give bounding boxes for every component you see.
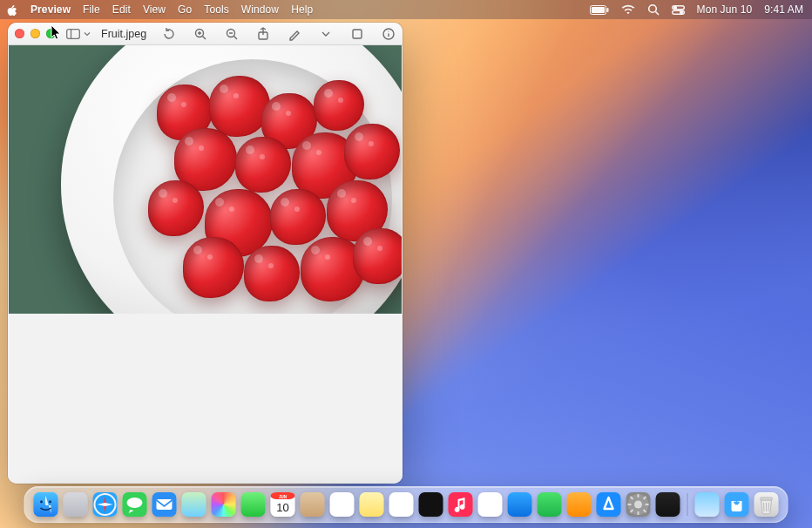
dock-app-launchpad[interactable] xyxy=(64,492,88,517)
dock-app-music[interactable] xyxy=(449,492,473,517)
dock-app-reminders[interactable] xyxy=(330,492,355,517)
menu-bar: Preview File Edit View Go Tools Window H… xyxy=(0,0,812,19)
menu-file[interactable]: File xyxy=(83,3,100,16)
dock-app-messages[interactable] xyxy=(123,492,147,517)
chevron-down-icon xyxy=(84,30,91,37)
mouse-cursor xyxy=(51,24,63,40)
svg-rect-2 xyxy=(606,8,608,12)
preview-window[interactable]: Fruit.jpeg xyxy=(8,23,403,484)
svg-point-8 xyxy=(680,10,682,13)
sidebar-toggle[interactable] xyxy=(66,29,91,39)
dock-app-contacts[interactable] xyxy=(301,492,325,517)
dock-app-maps[interactable] xyxy=(182,492,206,517)
dock-app-photos[interactable] xyxy=(212,492,236,517)
dock-separator xyxy=(687,493,688,516)
window-titlebar[interactable]: Fruit.jpeg xyxy=(8,23,403,45)
window-close-button[interactable] xyxy=(15,29,24,38)
svg-point-43 xyxy=(634,501,642,509)
spotlight-icon[interactable] xyxy=(647,3,660,16)
dock-app-appstore[interactable] xyxy=(597,492,621,517)
battery-icon[interactable] xyxy=(590,5,609,15)
svg-rect-19 xyxy=(353,30,362,38)
dock-app-settings[interactable] xyxy=(626,492,651,517)
preview-content[interactable] xyxy=(8,45,403,484)
svg-rect-35 xyxy=(157,499,173,510)
zoom-in-icon[interactable] xyxy=(192,25,209,43)
dock-app-calendar[interactable]: JUN10 xyxy=(271,492,295,517)
menu-help[interactable]: Help xyxy=(291,3,313,16)
control-center-icon[interactable] xyxy=(672,5,685,15)
svg-rect-9 xyxy=(67,29,80,38)
menu-date[interactable]: Mon Jun 10 xyxy=(697,3,753,16)
svg-point-27 xyxy=(40,501,43,504)
dock-panel: JUN10 xyxy=(24,486,788,523)
window-toolbar xyxy=(160,25,403,43)
svg-point-7 xyxy=(673,6,676,9)
menu-bar-left: Preview File Edit View Go Tools Window H… xyxy=(7,3,313,16)
markup-icon[interactable] xyxy=(286,25,303,43)
dock-app-notes[interactable] xyxy=(360,492,384,517)
svg-point-3 xyxy=(648,5,656,13)
menu-bar-right: Mon Jun 10 9:41 AM xyxy=(590,3,803,16)
window-minimize-button[interactable] xyxy=(30,29,40,38)
svg-text:JUN: JUN xyxy=(279,495,287,499)
svg-text:10: 10 xyxy=(276,501,288,514)
menu-window[interactable]: Window xyxy=(241,3,279,16)
dock-app-appletv[interactable] xyxy=(419,492,443,517)
menu-go[interactable]: Go xyxy=(178,3,192,16)
crop-icon[interactable] xyxy=(348,25,366,43)
dock-app-keynote[interactable] xyxy=(508,492,532,517)
dock-app-finder[interactable] xyxy=(34,492,58,517)
traffic-lights xyxy=(15,29,56,38)
svg-line-54 xyxy=(764,503,765,511)
share-icon[interactable] xyxy=(254,25,272,43)
dock-app-freeform[interactable] xyxy=(389,492,414,517)
menu-time[interactable]: 9:41 AM xyxy=(764,3,803,16)
svg-rect-53 xyxy=(761,498,773,500)
svg-rect-40 xyxy=(449,492,473,517)
menu-tools[interactable]: Tools xyxy=(204,3,229,16)
document-title: Fruit.jpeg xyxy=(101,28,146,40)
menu-app-name[interactable]: Preview xyxy=(30,3,71,16)
dock-app-downloads[interactable] xyxy=(725,492,749,517)
menu-edit[interactable]: Edit xyxy=(112,3,131,16)
svg-rect-1 xyxy=(592,7,605,13)
dock: JUN10 xyxy=(24,486,788,523)
dock-app-trash[interactable] xyxy=(754,492,779,517)
dock-app-facetime[interactable] xyxy=(241,492,266,517)
menu-view[interactable]: View xyxy=(143,3,166,16)
zoom-out-icon[interactable] xyxy=(223,25,240,43)
dock-app-numbers[interactable] xyxy=(538,492,562,517)
rotate-icon[interactable] xyxy=(160,25,178,43)
wifi-icon[interactable] xyxy=(621,4,635,15)
svg-line-16 xyxy=(234,36,238,39)
dock-app-mail[interactable] xyxy=(152,492,177,517)
dock-app-desktop-stack[interactable] xyxy=(695,492,720,517)
toolbar-chevron-down-icon[interactable] xyxy=(317,25,335,43)
svg-line-4 xyxy=(655,12,659,16)
svg-point-28 xyxy=(49,501,51,504)
dock-app-safari[interactable] xyxy=(93,492,118,517)
raspberries xyxy=(139,76,401,314)
svg-point-21 xyxy=(389,30,389,31)
info-icon[interactable] xyxy=(380,25,397,43)
apple-menu[interactable] xyxy=(7,4,18,16)
image-fruit xyxy=(9,45,402,314)
svg-rect-41 xyxy=(597,492,621,517)
dock-app-iphone-mirroring[interactable] xyxy=(656,492,680,517)
svg-line-56 xyxy=(768,503,769,511)
dock-app-pages[interactable] xyxy=(567,492,592,517)
svg-line-12 xyxy=(203,36,206,39)
dock-app-news[interactable] xyxy=(478,492,503,517)
